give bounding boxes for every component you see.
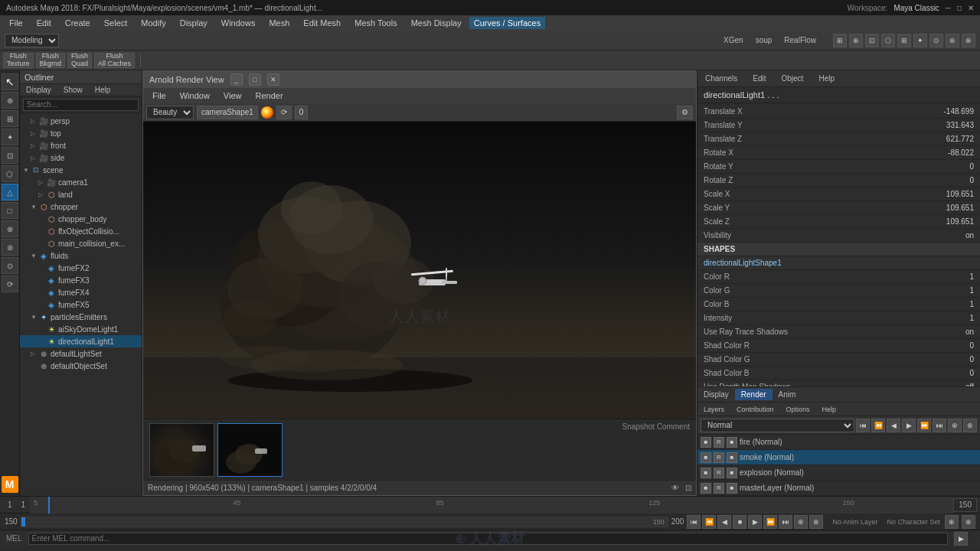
outliner-item-defaultobjectset[interactable]: ⊕ defaultObjectSet [20,360,142,372]
layer-render-btn[interactable]: R [714,468,724,478]
attr-scale-y[interactable]: Scale Y 109.651 [697,201,980,215]
layer-fire[interactable]: ■ R ■ fire (Normal) [697,435,980,450]
layer-extra-btn[interactable]: ■ [727,452,737,463]
outliner-item-fumefx4[interactable]: ◈ fumeFX4 [20,286,142,298]
tab-render[interactable]: Render [735,389,773,400]
menu-modify[interactable]: Modify [135,17,172,29]
arnold-close-btn[interactable]: ✕ [267,73,279,86]
mel-input[interactable] [28,533,948,545]
outliner-tab-help[interactable]: Help [89,84,117,96]
outliner-item-persp[interactable]: ▷ 🎥 persp [20,115,142,127]
arnold-menu-render[interactable]: Render [250,90,289,102]
subtab-contribution[interactable]: Contribution [730,404,780,415]
attr-shad-color-b[interactable]: Shad Color B 0 [697,367,980,380]
tab-xgen[interactable]: XGen [717,34,750,46]
loop-btn[interactable]: ⟳ [276,106,292,119]
menu-editmesh[interactable]: Edit Mesh [297,17,347,29]
outliner-item-aisky[interactable]: ☀ aiSkyDomeLight1 [20,323,142,335]
eye-icon[interactable]: 👁 [671,484,679,492]
outliner-item-side[interactable]: ▷ 🎥 side [20,152,142,164]
menu-curves[interactable]: Curves / Surfaces [469,17,545,29]
attr-ray-trace[interactable]: Use Ray Trace Shadows on [697,325,980,339]
mel-run-btn[interactable]: ▶ [954,532,968,546]
outliner-item-top[interactable]: ▷ 🎥 top [20,127,142,139]
tab-object[interactable]: Object [774,72,812,85]
flush-texture-btn[interactable]: FlushTexture [3,53,34,68]
menu-meshtools[interactable]: Mesh Tools [348,17,403,29]
menu-meshdisplay[interactable]: Mesh Display [405,17,468,29]
layer-extra-btn[interactable]: ■ [727,437,737,448]
play-fwd-btn[interactable]: ⏩ [763,515,777,529]
select-tool[interactable]: ↖ [2,73,18,90]
attr-color-r[interactable]: Color R 1 [697,270,980,284]
toolbar-icon-9[interactable]: ⊗ [962,34,975,47]
outliner-item-front[interactable]: ▷ 🎥 front [20,139,142,152]
play-extra1[interactable]: ⊕ [794,515,808,529]
outliner-item-directional[interactable]: ☀ directionalLight1 [20,335,142,347]
settings-btn[interactable]: ⚙ [677,106,693,119]
toolbar-icon-8[interactable]: ⊛ [946,34,959,47]
toolbar-icon-6[interactable]: ✦ [913,34,927,47]
tool-11[interactable]: ⊙ [2,257,18,274]
arnold-minimize-btn[interactable]: _ [230,73,243,86]
tab-soup[interactable]: soup [750,34,779,46]
outliner-item-camera1[interactable]: ▷ 🎥 camera1 [20,176,142,188]
outliner-item-chopper-body[interactable]: ⬡ chopper_body [20,213,142,225]
color-wheel[interactable] [261,106,273,119]
layer-smoke[interactable]: ■ R ■ smoke (Normal) [697,450,980,465]
outliner-item-chopper[interactable]: ▼ ⬡ chopper [20,201,142,213]
attr-rotate-z[interactable]: Rotate Z 0 [697,174,980,187]
subtab-options[interactable]: Options [780,404,816,415]
play-last-btn[interactable]: ⏭ [779,515,792,529]
toolbar-icon-5[interactable]: ⊞ [897,34,911,47]
outliner-item-fumefx2[interactable]: ◈ fumeFX2 [20,262,142,274]
menu-windows[interactable]: Windows [215,17,262,29]
play-extra2[interactable]: ⊗ [809,515,823,529]
layer-extra-btn[interactable]: ■ [727,468,737,478]
outliner-item-fumefx3[interactable]: ◈ fumeFX3 [20,274,142,286]
play-prev-btn[interactable]: ◀ [717,515,731,529]
char-layer-btn[interactable]: ⊕ [962,515,975,529]
outliner-item-defaultlightset[interactable]: ▷ ⊕ defaultLightSet [20,347,142,360]
toolbar-icon-7[interactable]: ⊙ [929,34,943,47]
menu-select[interactable]: Select [98,17,134,29]
toolbar-icon-3[interactable]: ⊡ [865,34,879,47]
outliner-item-particles[interactable]: ▼ ✦ particlesEmitters [20,311,142,323]
subtab-layers[interactable]: Layers [697,404,730,415]
arnold-menu-file[interactable]: File [146,90,172,102]
flush-all-btn[interactable]: FlushAll Caches [94,53,135,68]
attr-scale-z[interactable]: Scale Z 109.651 [697,215,980,229]
menu-file[interactable]: File [3,17,29,29]
layer-vis-btn[interactable]: ■ [701,483,711,494]
frame-scrubber[interactable]: 150 [21,517,668,527]
attr-color-g[interactable]: Color G 1 [697,284,980,298]
attr-translate-z[interactable]: Translate Z 621.772 [697,132,980,146]
arnold-menu-view[interactable]: View [217,90,248,102]
menu-mesh[interactable]: Mesh [263,17,296,29]
play-back-btn[interactable]: ⏪ [702,515,716,529]
layer-render-btn[interactable]: R [714,437,724,448]
search-input[interactable] [23,99,139,111]
layer-render-btn[interactable]: R [714,483,724,494]
arnold-restore-btn[interactable]: □ [249,73,261,86]
layer-nav-last[interactable]: ⏭ [933,419,946,432]
attr-visibility[interactable]: Visibility on [697,229,980,243]
anim-layer-btn[interactable]: ⊕ [945,515,959,529]
render-viewport[interactable]: 人人素材 [143,122,696,419]
menu-display[interactable]: Display [174,17,214,29]
layer-vis-btn[interactable]: ■ [701,468,711,478]
layer-master[interactable]: ■ R ■ masterLayer (Normal) [697,481,980,496]
maximize-btn[interactable]: □ [957,4,962,12]
attr-translate-x[interactable]: Translate X -148.699 [697,105,980,119]
outliner-item-fumefx5[interactable]: ◈ fumeFX5 [20,298,142,311]
layer-render-btn[interactable]: R [714,452,724,463]
layer-extra-btn[interactable]: ■ [727,483,737,494]
stop-btn[interactable]: ■ [733,515,746,529]
beauty-select[interactable]: Beauty [146,106,194,119]
tab-display[interactable]: Display [697,389,735,400]
tab-realflow[interactable]: RealFlow [778,34,822,46]
flush-quad-btn[interactable]: FlushQuad [67,53,92,68]
mode-select[interactable]: Modeling [5,34,59,47]
tab-channels[interactable]: Channels [697,72,745,85]
tool-3[interactable]: ⊞ [2,110,18,127]
